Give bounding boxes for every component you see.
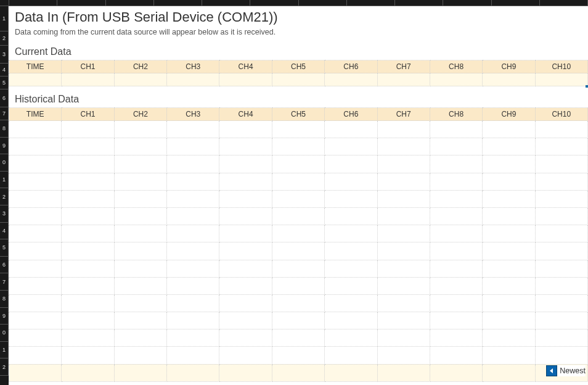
historical-data-cell[interactable] [483, 260, 535, 277]
newest-button[interactable]: Newest [546, 365, 586, 376]
current-data-cell[interactable] [430, 73, 482, 86]
current-data-cell[interactable] [325, 73, 377, 86]
historical-data-cell[interactable] [430, 312, 482, 329]
table-row[interactable] [9, 329, 588, 347]
historical-data-cell[interactable] [430, 294, 482, 312]
table-row[interactable] [9, 260, 588, 277]
historical-data-cell[interactable] [430, 225, 482, 242]
historical-data-cell[interactable] [325, 207, 377, 225]
historical-data-cell[interactable] [272, 277, 324, 294]
column-header-ch7[interactable]: CH7 [377, 108, 430, 121]
historical-data-cell[interactable] [377, 242, 430, 260]
historical-data-cell[interactable] [430, 242, 482, 260]
historical-data-cell[interactable] [114, 260, 166, 277]
historical-data-cell[interactable] [535, 294, 587, 312]
historical-data-cell[interactable] [219, 294, 272, 312]
historical-data-cell[interactable] [114, 138, 166, 155]
historical-data-cell[interactable] [325, 173, 377, 190]
historical-data-cell[interactable] [272, 155, 324, 173]
historical-data-cell[interactable] [535, 260, 587, 277]
historical-data-cell[interactable] [272, 312, 324, 329]
column-header-ch8[interactable]: CH8 [430, 108, 482, 121]
historical-data-cell[interactable] [9, 260, 62, 277]
historical-data-cell[interactable] [167, 364, 219, 381]
historical-data-cell[interactable] [535, 329, 587, 347]
historical-data-cell[interactable] [62, 225, 114, 242]
table-row[interactable] [9, 242, 588, 260]
historical-data-cell[interactable] [272, 294, 324, 312]
historical-data-cell[interactable] [377, 225, 430, 242]
column-header-ch4[interactable]: CH4 [219, 60, 272, 73]
historical-data-cell[interactable] [483, 329, 535, 347]
historical-data-cell[interactable] [377, 364, 430, 381]
column-header-ch10[interactable]: CH10 [535, 108, 587, 121]
historical-data-cell[interactable] [167, 312, 219, 329]
historical-data-cell[interactable] [535, 155, 587, 173]
historical-data-cell[interactable] [325, 260, 377, 277]
column-header-ch3[interactable]: CH3 [167, 108, 219, 121]
historical-data-cell[interactable] [272, 347, 324, 364]
historical-data-cell[interactable] [377, 277, 430, 294]
historical-data-cell[interactable] [167, 260, 219, 277]
historical-data-cell[interactable] [9, 364, 62, 381]
historical-data-cell[interactable] [377, 138, 430, 155]
historical-data-cell[interactable] [9, 347, 62, 364]
historical-data-cell[interactable] [483, 173, 535, 190]
historical-data-cell[interactable] [167, 277, 219, 294]
historical-data-cell[interactable] [430, 173, 482, 190]
historical-data-table[interactable]: TIMECH1CH2CH3CH4CH5CH6CH7CH8CH9CH10 [9, 107, 588, 382]
column-header-ch4[interactable]: CH4 [219, 108, 272, 121]
column-header-ch7[interactable]: CH7 [377, 60, 430, 73]
historical-data-cell[interactable] [272, 364, 324, 381]
column-header-ch5[interactable]: CH5 [272, 60, 324, 73]
historical-data-cell[interactable] [377, 121, 430, 138]
historical-data-cell[interactable] [9, 138, 62, 155]
historical-data-cell[interactable] [535, 173, 587, 190]
historical-data-cell[interactable] [167, 242, 219, 260]
current-data-cell[interactable] [62, 73, 114, 86]
current-data-cell[interactable] [9, 73, 62, 86]
current-data-cell[interactable] [535, 73, 587, 86]
historical-data-cell[interactable] [114, 190, 166, 207]
historical-data-cell[interactable] [272, 173, 324, 190]
historical-data-cell[interactable] [377, 329, 430, 347]
historical-data-cell[interactable] [535, 347, 587, 364]
historical-data-cell[interactable] [483, 277, 535, 294]
historical-data-cell[interactable] [9, 173, 62, 190]
historical-data-cell[interactable] [535, 138, 587, 155]
column-header-ch9[interactable]: CH9 [483, 108, 535, 121]
historical-data-cell[interactable] [483, 225, 535, 242]
historical-data-cell[interactable] [430, 260, 482, 277]
historical-data-cell[interactable] [114, 121, 166, 138]
historical-data-cell[interactable] [430, 121, 482, 138]
historical-data-cell[interactable] [9, 190, 62, 207]
historical-data-cell[interactable] [62, 294, 114, 312]
historical-data-cell[interactable] [219, 155, 272, 173]
table-row[interactable] [9, 294, 588, 312]
historical-data-cell[interactable] [430, 347, 482, 364]
current-data-cell[interactable] [272, 73, 324, 86]
historical-data-cell[interactable] [325, 329, 377, 347]
historical-data-cell[interactable] [167, 138, 219, 155]
historical-data-cell[interactable] [167, 155, 219, 173]
historical-data-cell[interactable] [62, 121, 114, 138]
historical-data-cell[interactable] [535, 207, 587, 225]
historical-data-cell[interactable] [483, 294, 535, 312]
historical-data-cell[interactable] [219, 207, 272, 225]
historical-data-cell[interactable] [62, 312, 114, 329]
historical-data-cell[interactable] [114, 329, 166, 347]
historical-data-cell[interactable] [483, 138, 535, 155]
historical-data-cell[interactable] [535, 225, 587, 242]
historical-data-cell[interactable] [167, 190, 219, 207]
historical-data-cell[interactable] [9, 277, 62, 294]
historical-data-cell[interactable] [430, 155, 482, 173]
historical-data-cell[interactable] [9, 294, 62, 312]
historical-data-cell[interactable] [167, 294, 219, 312]
historical-data-cell[interactable] [114, 312, 166, 329]
column-header-ch3[interactable]: CH3 [167, 60, 219, 73]
historical-data-cell[interactable] [430, 138, 482, 155]
historical-data-cell[interactable] [62, 347, 114, 364]
historical-data-cell[interactable] [272, 121, 324, 138]
historical-data-cell[interactable] [219, 121, 272, 138]
current-data-cell[interactable] [114, 73, 166, 86]
